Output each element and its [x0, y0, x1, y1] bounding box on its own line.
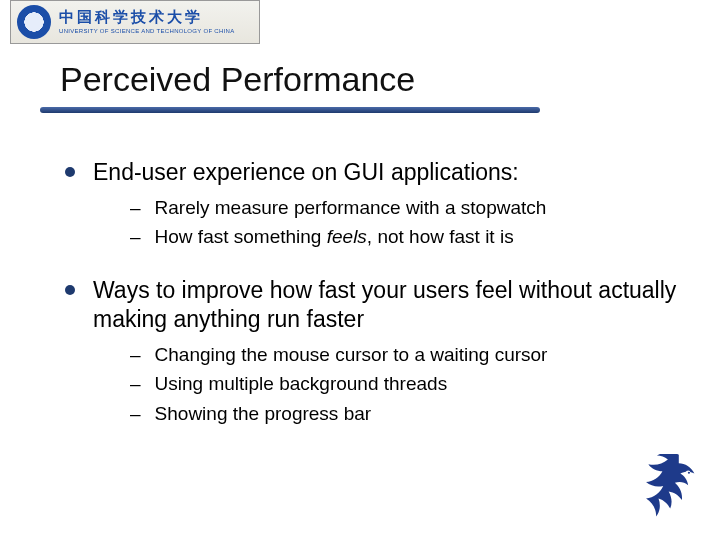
italic-word: feels [327, 226, 367, 247]
dash-icon: – [130, 195, 141, 221]
title-underline [40, 107, 540, 113]
sub-list: – Changing the mouse cursor to a waiting… [130, 342, 680, 427]
sub-bullet-item: – Rarely measure performance with a stop… [130, 195, 680, 221]
bullet-text: Ways to improve how fast your users feel… [93, 276, 680, 334]
sub-bullet-item: – Using multiple background threads [130, 371, 680, 397]
dragon-icon [632, 454, 710, 532]
bullet-text: End-user experience on GUI applications: [93, 158, 519, 187]
svg-point-1 [688, 472, 690, 474]
slide-body: End-user experience on GUI applications:… [65, 140, 680, 430]
bullet-item: Ways to improve how fast your users feel… [65, 276, 680, 334]
sub-bullet-text: How fast something feels, not how fast i… [155, 224, 514, 250]
slide-title: Perceived Performance [60, 60, 415, 99]
dash-icon: – [130, 342, 141, 368]
sub-bullet-text: Showing the progress bar [155, 401, 372, 427]
bullet-dot-icon [65, 167, 75, 177]
dash-icon: – [130, 371, 141, 397]
logo-text: 中国科学技术大学 UNIVERSITY OF SCIENCE AND TECHN… [59, 10, 235, 34]
bullet-item: End-user experience on GUI applications: [65, 158, 680, 187]
sub-bullet-item: – How fast something feels, not how fast… [130, 224, 680, 250]
sub-bullet-item: – Changing the mouse cursor to a waiting… [130, 342, 680, 368]
bullet-dot-icon [65, 285, 75, 295]
sub-bullet-item: – Showing the progress bar [130, 401, 680, 427]
logo-seal-icon [17, 5, 51, 39]
sub-bullet-text: Rarely measure performance with a stopwa… [155, 195, 547, 221]
sub-list: – Rarely measure performance with a stop… [130, 195, 680, 250]
university-logo: 中国科学技术大学 UNIVERSITY OF SCIENCE AND TECHN… [10, 0, 260, 44]
sub-bullet-text: Using multiple background threads [155, 371, 448, 397]
logo-english: UNIVERSITY OF SCIENCE AND TECHNOLOGY OF … [59, 28, 235, 34]
sub-bullet-text: Changing the mouse cursor to a waiting c… [155, 342, 548, 368]
logo-chinese: 中国科学技术大学 [59, 10, 235, 25]
dash-icon: – [130, 401, 141, 427]
dash-icon: – [130, 224, 141, 250]
